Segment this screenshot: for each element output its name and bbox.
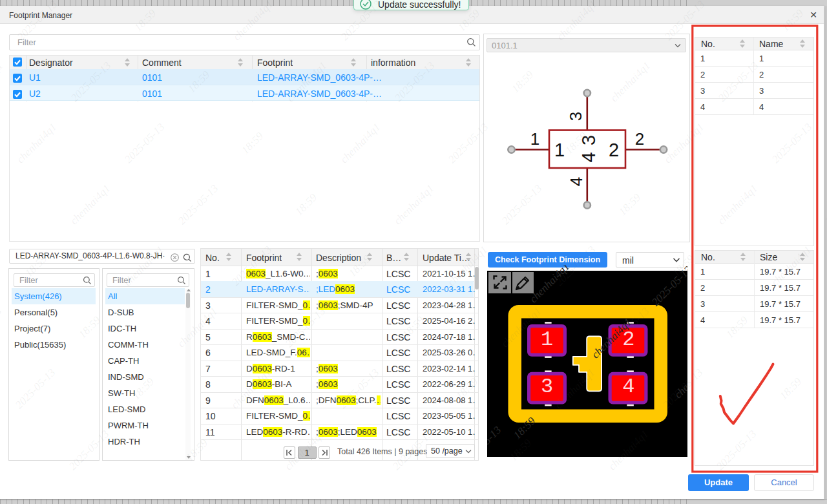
svg-text:4: 4: [578, 152, 599, 162]
svg-text:3: 3: [566, 112, 585, 121]
svg-text:3: 3: [541, 375, 553, 399]
svg-text:1: 1: [541, 328, 553, 352]
svg-text:1: 1: [530, 129, 539, 149]
svg-text:4: 4: [622, 375, 634, 399]
svg-text:2: 2: [622, 328, 634, 352]
svg-text:2: 2: [609, 140, 619, 160]
svg-text:1: 1: [554, 140, 565, 160]
svg-text:2: 2: [635, 129, 644, 149]
svg-text:4: 4: [567, 177, 586, 186]
svg-text:3: 3: [578, 135, 599, 145]
